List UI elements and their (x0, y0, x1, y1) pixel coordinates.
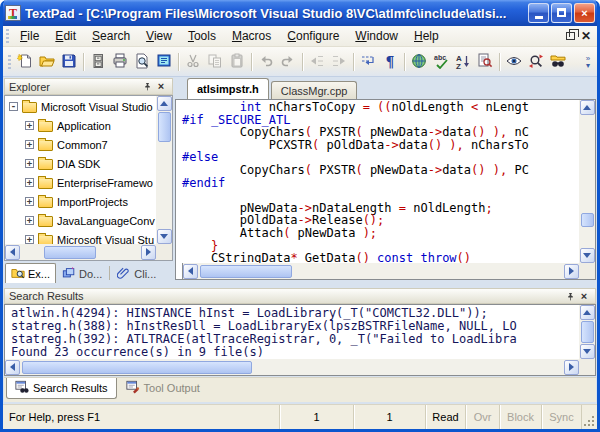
close-button[interactable]: × (574, 3, 595, 23)
document-tab-atlsimpstr.h[interactable]: atlsimpstr.h (187, 78, 269, 99)
search-results-text[interactable]: atlwin.h(4294): HINSTANCE hInst = LoadLi… (5, 305, 579, 359)
explorer-tab-do[interactable]: Do... (56, 263, 108, 283)
search-vscroll-thumb[interactable] (581, 321, 594, 343)
search-results-close-icon[interactable]: × (577, 290, 591, 303)
view-document-button[interactable] (503, 51, 525, 73)
explorer-hscroll-thumb[interactable] (44, 246, 96, 259)
explorer-pin-icon[interactable] (140, 80, 154, 93)
menu-help[interactable]: Help (406, 27, 447, 45)
copy-button[interactable] (204, 51, 226, 73)
document-properties-button[interactable] (153, 51, 175, 73)
save-button[interactable] (58, 51, 80, 73)
menubar-grip[interactable] (6, 29, 9, 43)
expand-icon[interactable]: + (25, 140, 34, 149)
tree-item[interactable]: +Common7 (5, 135, 156, 154)
menu-configure[interactable]: Configure (279, 27, 347, 45)
expand-icon[interactable]: + (25, 121, 34, 130)
explorer-close-icon[interactable]: × (154, 80, 168, 93)
expand-icon[interactable]: + (25, 197, 34, 206)
output-tab-strip: Search ResultsTool Output (4, 377, 596, 402)
explorer-vscroll-thumb[interactable] (158, 112, 171, 142)
scroll-right-icon[interactable] (141, 245, 156, 260)
output-tab-search-results[interactable]: Search Results (6, 378, 117, 399)
minimize-button[interactable] (528, 3, 549, 23)
editor-hscrollbar[interactable] (176, 263, 579, 279)
explorer-vscrollbar[interactable] (156, 96, 172, 244)
print-button[interactable] (109, 51, 131, 73)
scroll-right-icon[interactable] (564, 360, 579, 375)
tree-item[interactable]: +Microsoft Visual Stu (5, 230, 156, 244)
tree-item[interactable]: +JavaLanguageConv (5, 211, 156, 230)
editor-vscroll-thumb[interactable] (581, 213, 594, 227)
scroll-down-icon[interactable] (157, 229, 172, 244)
tree-item[interactable]: +EnterpriseFramewo (5, 173, 156, 192)
word-wrap-button[interactable] (357, 51, 379, 73)
sort-button[interactable]: AZ (452, 51, 474, 73)
menu-search[interactable]: Search (84, 27, 138, 45)
scroll-left-icon[interactable] (5, 245, 20, 260)
maximize-button[interactable] (551, 3, 572, 23)
scroll-left-icon[interactable] (5, 360, 20, 375)
scroll-left-icon[interactable] (183, 264, 198, 279)
textpad-app-icon[interactable]: T (5, 5, 21, 21)
search-result-line[interactable]: Found 23 occurrence(s) in 9 file(s) (11, 346, 579, 359)
tree-item[interactable]: +Application (5, 116, 156, 135)
manage-files-button[interactable] (87, 51, 109, 73)
find-next-button[interactable] (525, 51, 547, 73)
output-tab-tool-output[interactable]: Tool Output (117, 378, 209, 399)
expand-icon[interactable]: + (25, 178, 34, 187)
expand-icon[interactable]: + (25, 216, 34, 225)
spell-check-button[interactable]: abc (430, 51, 452, 73)
menu-edit[interactable]: Edit (47, 27, 84, 45)
tree-item[interactable]: +DIA SDK (5, 154, 156, 173)
menu-window[interactable]: Window (347, 27, 406, 45)
window-resize-grip[interactable] (581, 405, 597, 429)
menu-macros[interactable]: Macros (224, 27, 279, 45)
scroll-up-icon[interactable] (157, 96, 172, 111)
mdi-restore-button[interactable] (566, 32, 575, 40)
paste-button[interactable] (226, 51, 248, 73)
print-preview-button[interactable] (131, 51, 153, 73)
explorer-hscrollbar[interactable] (5, 244, 156, 260)
redo-button[interactable] (277, 51, 299, 73)
explorer-tab-ex[interactable]: Ex... (5, 263, 56, 283)
scroll-up-icon[interactable] (580, 100, 595, 115)
explorer-header[interactable]: Explorer × (4, 78, 173, 95)
document-tab-classmgr.cpp[interactable]: ClassMgr.cpp (271, 81, 358, 99)
expand-icon[interactable]: + (25, 235, 34, 244)
menu-tools[interactable]: Tools (180, 27, 224, 45)
title-bar[interactable]: T TextPad - [C:\Program Files\Microsoft … (0, 0, 600, 26)
toolbar-overflow-button[interactable]: »▾ (581, 50, 595, 74)
tree-item[interactable]: +ImportProjects (5, 192, 156, 211)
search-hscrollbar[interactable] (5, 359, 579, 375)
find-in-files-button[interactable] (474, 51, 496, 73)
explorer-tab-cli[interactable]: Cli... (111, 263, 162, 283)
mdi-close-button[interactable]: ✕ (581, 31, 591, 41)
scroll-down-icon[interactable] (580, 248, 595, 263)
search-hscroll-thumb[interactable] (22, 361, 252, 374)
cut-button[interactable] (182, 51, 204, 73)
tree-item[interactable]: -Microsoft Visual Studio (5, 97, 156, 116)
scroll-up-icon[interactable] (580, 305, 595, 320)
new-file-button[interactable] (14, 51, 36, 73)
search-vscrollbar[interactable] (579, 305, 595, 359)
editor-vscrollbar[interactable] (579, 100, 595, 263)
undo-button[interactable] (255, 51, 277, 73)
shift-left-button[interactable] (306, 51, 328, 73)
scroll-down-icon[interactable] (580, 344, 595, 359)
show-formatting-button[interactable]: ¶ (379, 51, 401, 73)
editor-hscroll-thumb[interactable] (200, 265, 292, 278)
collapse-icon[interactable]: - (9, 102, 18, 111)
scroll-right-icon[interactable] (564, 264, 579, 279)
search-results-header[interactable]: Search Results × (4, 288, 596, 304)
menu-file[interactable]: File (12, 27, 47, 45)
search-results-pin-icon[interactable] (563, 290, 577, 303)
code-text[interactable]: int nCharsToCopy = ((nOldLength < nLengt… (176, 100, 579, 263)
search-folder-button[interactable] (547, 51, 569, 73)
expand-icon[interactable]: + (25, 159, 34, 168)
menu-view[interactable]: View (138, 27, 180, 45)
web-browser-button[interactable] (408, 51, 430, 73)
open-file-button[interactable] (36, 51, 58, 73)
shift-right-button[interactable] (328, 51, 350, 73)
toolbar-grip[interactable] (8, 55, 11, 69)
